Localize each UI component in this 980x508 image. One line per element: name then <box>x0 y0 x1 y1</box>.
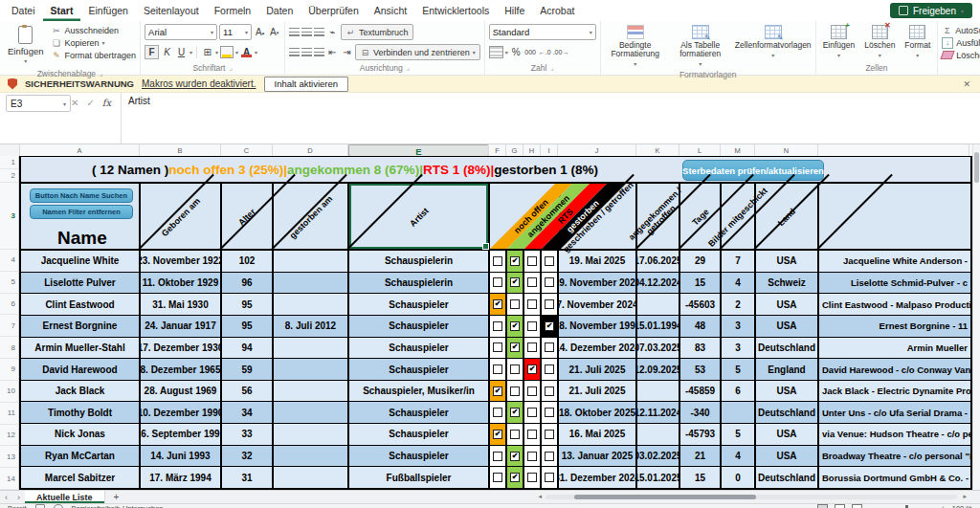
paste-button[interactable]: Einfügen ▾ <box>4 24 48 69</box>
checkbox-cell-angekommen[interactable] <box>507 294 524 315</box>
cell-written[interactable]: 19. November 2024 <box>559 273 637 294</box>
cell-name[interactable]: Armin Mueller-Stahl <box>21 338 141 359</box>
cell-name[interactable]: Jacqueline White <box>21 251 141 272</box>
zoom-level[interactable]: 100 % <box>952 504 972 508</box>
checkbox-rts[interactable] <box>527 408 537 417</box>
checkbox-gestorben[interactable] <box>545 277 554 287</box>
cell-country[interactable]: USA <box>756 316 819 337</box>
checkbox-cell-noch-offen[interactable] <box>490 316 507 337</box>
cell-pics[interactable]: 2 <box>722 294 756 315</box>
cell-country[interactable]: USA <box>756 251 819 272</box>
comma-style-icon[interactable]: 000 <box>524 46 537 58</box>
copy-button[interactable]: ❏Kopieren▾ <box>52 36 137 49</box>
checkbox-gestorben[interactable] <box>545 408 554 417</box>
cell-born[interactable]: 23. November 1922 <box>141 251 222 272</box>
column-header-I[interactable]: I <box>541 144 558 156</box>
checkbox-cell-rts[interactable] <box>524 424 542 445</box>
menu-tab-seitenlayout[interactable]: Seitenlayout <box>136 0 207 21</box>
checkbox-cell-rts[interactable] <box>524 446 542 467</box>
checkbox-noch-offen[interactable] <box>493 364 502 374</box>
menu-tab-entwicklertools[interactable]: Entwicklertools <box>414 0 497 21</box>
header-cell-arrived[interactable]: angegekommen / getroffen <box>637 184 680 249</box>
column-header-B[interactable]: B <box>140 144 221 156</box>
cell-name[interactable]: Ryan McCartan <box>21 446 141 467</box>
align-left-icon[interactable] <box>289 48 300 56</box>
enter-icon[interactable]: ✓ <box>86 98 94 108</box>
cell-artist[interactable]: Schauspieler <box>349 359 490 380</box>
row-header-14[interactable]: 14 <box>0 468 18 490</box>
increase-decimal-icon[interactable]: ←.0 <box>539 46 551 58</box>
checkbox-cell-angekommen[interactable] <box>507 424 524 445</box>
accessibility-icon[interactable] <box>54 504 63 508</box>
header-cell-age[interactable]: Alter <box>222 184 274 249</box>
checkbox-gestorben[interactable] <box>545 256 554 266</box>
checkbox-cell-noch-offen[interactable]: ✔ <box>490 381 507 402</box>
cell-days[interactable]: -45603 <box>680 294 722 315</box>
cell-born[interactable]: 8. Dezember 1965 <box>141 359 222 380</box>
checkbox-cell-rts[interactable] <box>524 316 542 337</box>
checkbox-cell-angekommen[interactable] <box>507 381 524 402</box>
checkbox-cell-noch-offen[interactable] <box>490 273 507 294</box>
percent-style-icon[interactable]: % <box>510 46 523 58</box>
cell-age[interactable]: 56 <box>222 381 274 402</box>
accessibility-status[interactable]: Barrierefreiheit: Untersuchen <box>72 504 164 508</box>
column-header-M[interactable]: M <box>721 144 755 156</box>
row-header-2[interactable]: 2 <box>0 169 18 183</box>
add-sheet-button[interactable]: + <box>105 491 128 503</box>
cell-name[interactable]: Timothy Boldt <box>21 402 141 423</box>
checkbox-angekommen[interactable]: ✔ <box>510 256 520 266</box>
font-size-select[interactable]: 11▾ <box>219 24 252 40</box>
italic-button[interactable]: K <box>161 46 173 58</box>
cell-pics[interactable]: 4 <box>722 446 756 467</box>
cell-arrived[interactable]: 12.09.2025 <box>637 359 680 380</box>
menu-tab-daten[interactable]: Daten <box>258 0 301 21</box>
accounting-format-icon[interactable] <box>489 46 503 58</box>
row-header-7[interactable]: 7 <box>0 315 18 337</box>
checkbox-noch-offen[interactable]: ✔ <box>493 430 502 439</box>
cell-address[interactable]: Ernest Borgnine - 11 <box>819 316 970 337</box>
decrease-indent-icon[interactable]: ⇤ <box>326 46 339 58</box>
fill-handle[interactable] <box>482 243 489 250</box>
cell-pics[interactable]: 0 <box>722 467 756 488</box>
checkbox-angekommen[interactable]: ✔ <box>510 408 520 417</box>
checkbox-gestorben[interactable] <box>545 430 554 439</box>
checkbox-rts[interactable] <box>527 321 537 331</box>
cell-written[interactable]: 16. Mai 2025 <box>559 424 637 445</box>
checkbox-gestorben[interactable] <box>545 342 554 352</box>
checkbox-cell-angekommen[interactable]: ✔ <box>507 402 524 423</box>
cell-country[interactable]: USA <box>756 381 819 402</box>
decrease-decimal-icon[interactable]: .00→ <box>553 46 569 58</box>
cell-written[interactable]: 18. Oktober 2025 <box>559 402 637 423</box>
name-box[interactable]: E3 ▾ <box>6 95 71 112</box>
row-header-3[interactable]: 3 <box>0 183 18 250</box>
cell-address[interactable]: Unter Uns - c/o Ufa Serial Drama - <box>819 402 970 423</box>
checkbox-cell-angekommen[interactable] <box>507 359 524 380</box>
checkbox-rts[interactable] <box>527 473 537 482</box>
merge-center-button[interactable]: ⊟Verbinden und zentrieren▾ <box>355 44 480 60</box>
cell-address[interactable]: Borussia Dortmund GmbH & Co. - KGaA <box>819 467 970 488</box>
cell-pics[interactable]: 5 <box>722 359 756 380</box>
cell-born[interactable]: 31. Mai 1930 <box>141 294 222 315</box>
header-cell-born[interactable]: Geboren am <box>141 184 222 249</box>
cell-born[interactable]: 10. Dezember 1990 <box>141 402 222 423</box>
checkbox-angekommen[interactable]: ✔ <box>510 473 520 482</box>
cell-age[interactable]: 95 <box>222 316 274 337</box>
cell-age[interactable]: 94 <box>222 338 274 359</box>
cell-died[interactable]: 8. Juli 2012 <box>274 316 349 337</box>
checkbox-cell-noch-offen[interactable] <box>490 359 507 380</box>
insert-cells-button[interactable]: + Einfügen▾ <box>820 24 858 61</box>
row-headers[interactable]: 1234567891011121314 <box>0 156 19 490</box>
checkbox-cell-rts[interactable] <box>524 273 542 294</box>
cell-written[interactable]: 21. Juli 2025 <box>559 381 637 402</box>
cell-died[interactable] <box>274 446 349 467</box>
cell-artist[interactable]: Fußballspieler <box>349 467 490 488</box>
cell-address[interactable]: Liselotte Schmid-Pulver - c <box>819 273 970 294</box>
checkbox-angekommen[interactable] <box>510 299 520 309</box>
checkbox-cell-gestorben[interactable] <box>542 359 559 380</box>
cell-artist[interactable]: Schauspieler, Musiker/in <box>349 381 490 402</box>
checkbox-cell-rts[interactable] <box>524 338 542 359</box>
checkbox-rts[interactable] <box>527 277 537 287</box>
column-header-A[interactable]: A <box>20 144 140 156</box>
checkbox-cell-gestorben[interactable] <box>542 467 559 488</box>
page-layout-view-icon[interactable] <box>835 504 845 508</box>
